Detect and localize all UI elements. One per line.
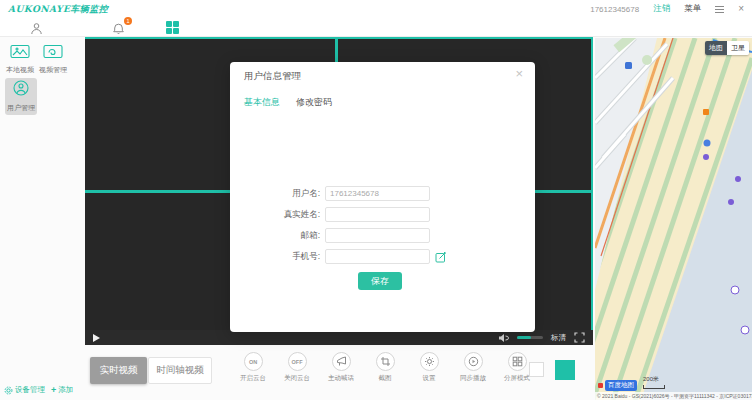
map-graphics: [595, 38, 752, 400]
form-row-phone: 手机号:: [230, 249, 447, 264]
gear-icon: [4, 386, 13, 395]
user-icon[interactable]: [30, 21, 44, 34]
ptz-off-button[interactable]: OFF 关闭云台: [279, 352, 315, 383]
ptz-off-icon: OFF: [288, 352, 307, 371]
tab-timeline-video[interactable]: 时间轴视频: [148, 357, 212, 384]
modal-title: 用户信息管理: [244, 70, 301, 83]
sidebar-item-label: 用户管理: [6, 103, 36, 113]
form-row-username: 用户名:: [230, 186, 430, 201]
play-button[interactable]: [93, 334, 100, 342]
logout-link[interactable]: 注销: [653, 3, 670, 15]
baidu-logo: 百度地图: [598, 380, 637, 391]
talk-button[interactable]: 主动喊话: [323, 352, 359, 383]
realname-field[interactable]: [325, 207, 430, 222]
tab-live-video[interactable]: 实时视频: [90, 357, 147, 384]
tab-basic-info[interactable]: 基本信息: [244, 96, 280, 109]
ptz-on-button[interactable]: ON 开启云台: [235, 352, 271, 383]
form-row-email: 邮箱:: [230, 228, 430, 243]
video-manage-icon: [43, 44, 63, 59]
modal-close-icon[interactable]: ×: [515, 67, 523, 80]
user-manage-icon: [12, 80, 30, 97]
map-attribution: © 2021 Baidu - GS(2021)6026号 - 甲测资字11111…: [595, 392, 752, 400]
close-window-icon[interactable]: ×: [738, 4, 744, 14]
realname-label: 真实姓名:: [230, 209, 325, 221]
sidebar-item-label: 本地视频: [5, 65, 35, 75]
color-swatch-teal[interactable]: [555, 360, 575, 380]
user-phone: 17612345678: [590, 5, 639, 14]
sync-play-button[interactable]: 同步播放: [455, 352, 491, 383]
map-canvas[interactable]: 地图 卫星 百度地图 200米 © 2021 Baidu - GS(2021)6…: [595, 38, 752, 400]
sidebar-item-user-manage[interactable]: 用户管理: [5, 78, 37, 115]
baidu-logo-mark: [598, 383, 603, 388]
sidebar-item-local-video[interactable]: 本地视频: [5, 44, 35, 75]
action-label: 截图: [379, 374, 392, 383]
quality-selector[interactable]: 标清: [551, 333, 566, 343]
snapshot-button[interactable]: 截图: [367, 352, 403, 383]
action-label: 开启云台: [240, 374, 266, 383]
baidu-logo-text: 百度地图: [605, 380, 637, 391]
action-label: 同步播放: [460, 374, 486, 383]
map-scale-bar: [643, 385, 665, 389]
megaphone-icon: [332, 352, 351, 371]
gear-icon: [420, 352, 439, 371]
action-label: 分屏模式: [504, 374, 530, 383]
player-bar: 标清: [85, 330, 593, 345]
alarm-badge: 1: [124, 17, 132, 25]
color-swatch-white[interactable]: [529, 362, 544, 377]
form-row-realname: 真实姓名:: [230, 207, 430, 222]
app-window: AUKONAYE车辆监控 17612345678 注销 菜单 × 1 本地视频 …: [0, 0, 752, 400]
phone-field[interactable]: [325, 249, 430, 264]
save-button[interactable]: 保存: [358, 272, 402, 290]
tab-change-password[interactable]: 修改密码: [296, 96, 332, 109]
sidebar-item-video-manage[interactable]: 视频管理: [38, 44, 68, 75]
edit-phone-icon[interactable]: [435, 251, 447, 263]
action-label: 设置: [423, 374, 436, 383]
user-info-modal: 用户信息管理 × 基本信息 修改密码 用户名: 真实姓名: 邮箱: 手机号: 保…: [230, 62, 535, 332]
action-buttons: ON 开启云台 OFF 关闭云台 主动喊话 截图: [235, 352, 535, 383]
device-manage-label: 设备管理: [15, 385, 45, 395]
sync-play-icon: [464, 352, 483, 371]
phone-label: 手机号:: [230, 251, 325, 263]
username-field[interactable]: [325, 186, 430, 201]
quick-toolbar: 1: [0, 18, 752, 37]
map-scale: 200米: [643, 375, 665, 389]
bottom-controls: 实时视频 时间轴视频 ON 开启云台 OFF 关闭云台 主动喊话 截图: [85, 345, 595, 400]
local-video-icon: [10, 44, 30, 59]
volume-slider[interactable]: [517, 336, 543, 339]
action-label: 主动喊话: [328, 374, 354, 383]
crop-icon: [376, 352, 395, 371]
action-label: 关闭云台: [284, 374, 310, 383]
settings-button[interactable]: 设置: [411, 352, 447, 383]
alarm-icon[interactable]: 1: [112, 21, 126, 34]
map-scale-label: 200米: [643, 376, 659, 382]
fullscreen-icon[interactable]: [574, 332, 585, 343]
sidebar-item-label: 视频管理: [38, 65, 68, 75]
layout-grid-icon[interactable]: [166, 21, 180, 34]
sidebar: 本地视频 视频管理 用户管理: [0, 38, 85, 380]
hamburger-icon[interactable]: [715, 6, 724, 13]
ptz-on-icon: ON: [244, 352, 263, 371]
split-screen-icon: [508, 352, 527, 371]
volume-icon[interactable]: [498, 333, 509, 343]
map-layer-satellite-button[interactable]: 卫星: [727, 41, 749, 55]
map-layer-map-button[interactable]: 地图: [705, 41, 727, 55]
email-label: 邮箱:: [230, 230, 325, 242]
add-label: 添加: [58, 385, 73, 395]
footer-left: 设备管理 + 添加: [0, 380, 85, 400]
plus-icon: +: [51, 385, 56, 395]
email-field[interactable]: [325, 228, 430, 243]
menu-link[interactable]: 菜单: [684, 3, 701, 15]
username-label: 用户名:: [230, 188, 325, 200]
add-link[interactable]: + 添加: [51, 385, 73, 395]
topbar: AUKONAYE车辆监控 17612345678 注销 菜单 ×: [0, 0, 752, 18]
map-layer-toggle: 地图 卫星: [705, 41, 749, 55]
modal-tabs: 基本信息 修改密码: [244, 96, 332, 109]
device-manage-link[interactable]: 设备管理: [4, 385, 45, 395]
topbar-right: 17612345678 注销 菜单 ×: [590, 3, 744, 15]
app-logo: AUKONAYE车辆监控: [8, 3, 108, 16]
